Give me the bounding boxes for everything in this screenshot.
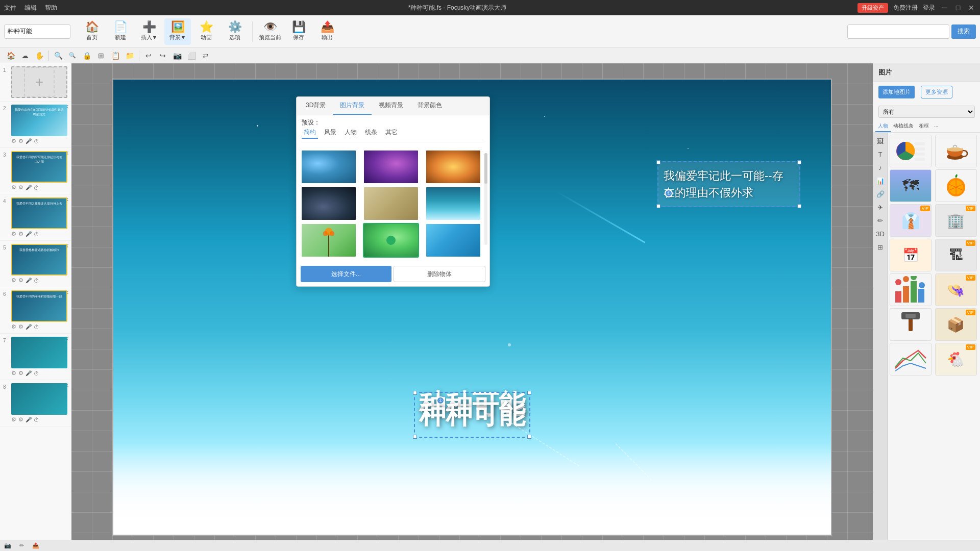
slide-mic-icon[interactable]: 🎤 [26,185,32,190]
toolbar-insert[interactable]: ➕ 插入▼ [136,18,162,45]
right-icon-3d[interactable]: 3D [874,228,887,240]
slide-gear-icon[interactable]: ⚙ [18,370,23,377]
right-icon-link[interactable]: 🔗 [874,188,887,200]
slide-settings-icon[interactable]: ⚙ [11,370,16,377]
slide-timer-icon[interactable]: ⏱ [34,370,39,377]
slide-timer-icon[interactable]: ⏱ [34,278,39,284]
search-button[interactable]: 搜索 [951,24,976,39]
handle-tr[interactable] [797,160,801,164]
slide-gear-icon[interactable]: ⚙ [18,231,23,237]
slide-item[interactable]: ✕ 2 我爱自由自在的写写能让你能引起共鸣的短文 ⚙ ⚙ 🎤 ⏱ [0,102,71,148]
right-icon-layers[interactable]: ⊞ [874,241,887,253]
slide-settings-icon[interactable]: ⚙ [11,184,16,191]
slide-item[interactable]: ✕ 3 我爱尝不同的写写能让你起伏与他山之间 ⚙ ⚙ 🎤 ⏱ [0,148,71,194]
slide-item[interactable]: ✕ 6 我爱尝不同的海海鲜你能获取一段 ⚙ ⚙ 🎤 ⏱ [0,287,71,334]
handle-bl2[interactable] [413,435,417,439]
login-button[interactable]: 登录 [923,4,935,12]
iconbar-undo[interactable]: ↩ [142,49,155,62]
right-tab-plants[interactable]: 动植线条 [891,121,916,132]
menu-file[interactable]: 文件 [4,4,16,12]
toolbar-home[interactable]: 🏠 首页 [79,18,105,45]
right-tab-people[interactable]: 人物 [875,121,891,132]
canvas-dot-1[interactable]: ① [665,189,673,197]
select-file-button[interactable]: 选择文件... [301,266,391,282]
project-name-input[interactable] [4,24,70,39]
handle-bl[interactable] [656,204,660,208]
iconbar-grid[interactable]: ⊞ [94,49,108,62]
slide-gear-icon[interactable]: ⚙ [18,138,23,144]
right-icon-image[interactable]: 🖼 [874,135,887,147]
slide-gear-icon[interactable]: ⚙ [18,416,23,423]
slide-item[interactable]: ✕ 8 ⚙ ⚙ 🎤 ⏱ [0,380,71,427]
toolbar-options[interactable]: ⚙️ 选项 [222,18,248,45]
gallery-item-4[interactable] [935,169,977,202]
iconbar-zoom-in[interactable]: 🔍 [52,49,65,62]
add-map-button[interactable]: 添加地图片 [878,86,915,98]
preset-tab-other[interactable]: 其它 [383,127,400,139]
bg-item-green-flower[interactable] [301,223,357,258]
gallery-item-11[interactable] [890,308,932,341]
right-icon-plane[interactable]: ✈ [874,201,887,213]
slide-mic-icon[interactable]: 🎤 [26,370,32,376]
add-slide-icon[interactable]: + [24,67,55,97]
gallery-item-5[interactable]: 👔 VIP [890,204,932,237]
preset-tab-simple[interactable]: 简约 [302,127,318,139]
menu-edit[interactable]: 编辑 [24,4,37,12]
iconbar-copy[interactable]: 📋 [109,49,122,62]
iconbar-hand[interactable]: ✋ [33,49,46,62]
slide-mic-icon[interactable]: 🎤 [26,278,32,283]
bg-item-teal-sky[interactable] [425,186,481,221]
modal-tab-image[interactable]: 图片背景 [333,97,372,115]
toolbar-preview[interactable]: 👁️ 预览当前 [257,18,283,45]
handle-tr2[interactable] [527,391,531,395]
search-input[interactable] [847,24,949,39]
slide-item[interactable]: ✕ 4 我爱尝不同之旅旅多久坚持补上去 ⚙ ⚙ 🎤 ⏱ [0,194,71,241]
menu-help[interactable]: 帮助 [45,4,57,12]
gallery-item-13[interactable] [890,343,932,375]
handle-tl[interactable] [656,160,660,164]
slide-settings-icon[interactable]: ⚙ [11,277,16,284]
gallery-item-7[interactable]: 📅 [890,239,932,271]
gallery-item-2[interactable] [935,135,977,167]
modal-scrollbar-thumb[interactable] [484,153,487,184]
gallery-item-10[interactable]: 👒 VIP [935,273,977,306]
iconbar-swap[interactable]: ⇄ [199,49,212,62]
slide-timer-icon[interactable]: ⏱ [34,185,39,191]
canvas-text-box-1[interactable]: 我偏爱牢记此一可能--存在的理由不假外求 [657,161,800,207]
maximize-button[interactable]: □ [953,3,963,12]
gallery-item-1[interactable] [890,135,932,167]
slide-timer-icon[interactable]: ⏱ [34,324,39,330]
iconbar-paste[interactable]: 📁 [123,49,136,62]
gallery-item-14[interactable]: 🐔 VIP [935,343,977,375]
slide-mic-icon[interactable]: 🎤 [26,138,32,144]
slide-timer-icon[interactable]: ⏱ [34,138,39,144]
toolbar-new[interactable]: 📄 新建 [107,18,134,45]
canvas-area[interactable]: 种种可能 我偏爱牢记此一可能--存在的理由不假外求 ① 种种可能 [71,63,873,551]
slide-settings-icon[interactable]: ⚙ [11,416,16,423]
canvas-text-box-2[interactable]: 种种可能 [414,392,530,438]
slide-timer-icon[interactable]: ⏱ [34,231,39,237]
iconbar-frame[interactable]: ⬜ [185,49,198,62]
slide-item[interactable]: ✕ 7 ⚙ ⚙ 🎤 ⏱ [0,334,71,380]
right-icon-chart[interactable]: 📊 [874,174,887,187]
gallery-item-12[interactable]: 📦 VIP [935,308,977,341]
bg-item-green-light[interactable] [363,223,419,258]
slide-gear-icon[interactable]: ⚙ [18,323,23,330]
slide-timer-icon[interactable]: ⏱ [34,417,39,423]
delete-object-button[interactable]: 删除物体 [394,266,485,282]
slide-settings-icon[interactable]: ⚙ [11,231,16,237]
bg-item-dark-blur[interactable] [301,186,357,221]
right-tab-frames[interactable]: 相框 [916,121,932,132]
iconbar-redo[interactable]: ↪ [156,49,169,62]
bg-item-orange[interactable] [425,149,481,184]
gallery-item-6[interactable]: 🏢 VIP [935,204,977,237]
toolbar-animation[interactable]: ⭐ 动画 [193,18,219,45]
preset-tab-lines[interactable]: 线条 [363,127,379,139]
toolbar-export[interactable]: 📤 输出 [314,18,340,45]
iconbar-zoom-out[interactable]: 🔍 [66,49,79,62]
modal-tab-video[interactable]: 视频背景 [372,97,410,115]
bg-item-sand[interactable] [363,186,419,221]
right-tab-more[interactable]: ... [932,121,941,132]
register-button[interactable]: 免费注册 [893,4,918,12]
slide-mic-icon[interactable]: 🎤 [26,231,32,237]
